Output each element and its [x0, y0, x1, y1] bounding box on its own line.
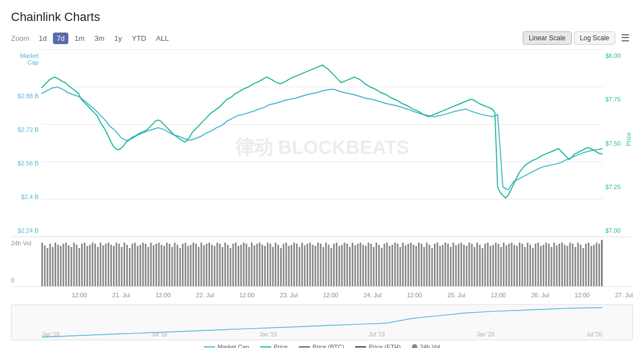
- svg-rect-169: [471, 244, 473, 286]
- mini-x-3: Jul '19: [369, 331, 385, 338]
- page-title: Chainlink Charts: [11, 10, 633, 24]
- svg-rect-77: [227, 245, 229, 286]
- svg-rect-62: [187, 246, 189, 286]
- y-left-1: $2.72 B: [11, 126, 39, 133]
- svg-rect-206: [569, 243, 571, 286]
- svg-rect-182: [506, 245, 507, 286]
- zoom-ytd[interactable]: YTD: [128, 33, 150, 44]
- log-scale-button[interactable]: Log Scale: [574, 31, 615, 45]
- svg-rect-37: [121, 247, 122, 286]
- svg-rect-78: [230, 248, 232, 286]
- svg-rect-50: [155, 244, 157, 286]
- svg-rect-36: [119, 244, 120, 286]
- zoom-1d[interactable]: 1d: [35, 33, 50, 44]
- svg-rect-34: [113, 246, 115, 286]
- svg-rect-102: [293, 243, 295, 286]
- svg-rect-91: [264, 246, 266, 286]
- svg-rect-20: [76, 245, 78, 286]
- zoom-all[interactable]: ALL: [152, 33, 173, 44]
- x-label-11: 26. Jul: [531, 292, 549, 298]
- x-label-1: 21. Jul: [112, 292, 130, 298]
- svg-rect-177: [492, 245, 494, 286]
- svg-rect-152: [426, 243, 428, 286]
- x-label-9: 25. Jul: [447, 292, 465, 298]
- svg-rect-18: [71, 247, 72, 286]
- y-left-4: $2.24 B: [11, 227, 39, 234]
- svg-rect-110: [315, 246, 316, 286]
- legend-label-market-cap: Market Cap: [218, 344, 249, 348]
- svg-rect-184: [511, 243, 513, 286]
- svg-rect-43: [137, 246, 138, 286]
- zoom-1y[interactable]: 1y: [110, 33, 126, 44]
- svg-rect-16: [65, 243, 67, 286]
- svg-rect-198: [548, 244, 550, 286]
- x-label-10: 12:00: [491, 292, 506, 298]
- svg-rect-178: [495, 243, 497, 286]
- y-axis-right: Price $8.00 $7.75 $7.50 $7.25 $7.00: [603, 50, 633, 237]
- svg-rect-25: [89, 245, 91, 286]
- zoom-1m[interactable]: 1m: [71, 33, 88, 44]
- x-label-8: 12:00: [407, 292, 422, 298]
- svg-rect-165: [460, 243, 462, 286]
- zoom-7d[interactable]: 7d: [53, 33, 68, 44]
- svg-rect-86: [251, 243, 253, 286]
- svg-rect-136: [384, 244, 385, 286]
- svg-rect-142: [399, 247, 401, 286]
- svg-rect-162: [453, 243, 454, 286]
- svg-rect-218: [601, 240, 603, 286]
- svg-rect-52: [160, 245, 162, 286]
- svg-rect-22: [81, 244, 83, 286]
- svg-rect-108: [309, 243, 311, 286]
- svg-rect-40: [129, 248, 131, 286]
- svg-rect-167: [466, 246, 468, 286]
- zoom-3m[interactable]: 3m: [90, 33, 108, 44]
- svg-rect-57: [174, 243, 176, 286]
- svg-rect-97: [280, 248, 282, 286]
- svg-rect-143: [402, 243, 404, 286]
- volume-svg-container: [41, 237, 603, 286]
- mini-x-2: Jan '19: [259, 331, 277, 338]
- svg-rect-192: [532, 248, 534, 286]
- svg-rect-112: [320, 244, 321, 286]
- svg-rect-105: [301, 243, 303, 286]
- svg-rect-117: [333, 244, 335, 286]
- svg-rect-214: [591, 246, 592, 286]
- svg-rect-104: [299, 247, 300, 286]
- svg-rect-195: [540, 246, 541, 286]
- x-label-4: 12:00: [239, 292, 255, 298]
- svg-rect-10: [49, 244, 51, 286]
- legend-line-price-eth: [355, 346, 366, 347]
- svg-rect-41: [132, 244, 133, 286]
- vol-zero: 0: [11, 277, 39, 283]
- svg-rect-63: [190, 245, 191, 286]
- svg-rect-200: [554, 243, 555, 286]
- svg-rect-196: [543, 245, 544, 286]
- menu-icon[interactable]: ☰: [618, 31, 633, 45]
- svg-rect-28: [97, 247, 99, 286]
- svg-rect-210: [580, 245, 582, 286]
- svg-rect-217: [598, 244, 600, 286]
- volume-chart: 24h Vol 0: [11, 237, 633, 287]
- svg-rect-128: [362, 245, 364, 286]
- svg-rect-35: [116, 243, 117, 286]
- svg-rect-185: [513, 245, 515, 286]
- svg-rect-98: [283, 244, 285, 286]
- svg-rect-163: [455, 245, 457, 286]
- vol-y-axis-left: 24h Vol 0: [11, 237, 41, 286]
- x-label-5: 23. Jul: [280, 292, 298, 298]
- linear-scale-button[interactable]: Linear Scale: [523, 31, 572, 45]
- svg-rect-87: [254, 245, 255, 286]
- svg-rect-64: [192, 243, 194, 286]
- svg-rect-69: [206, 244, 207, 286]
- mini-x-axis: Jan '18 Jul '18 Jan '19 Jul '19 Jan '20 …: [42, 331, 602, 338]
- svg-rect-216: [595, 243, 597, 286]
- vol-y-axis-right: [603, 237, 633, 286]
- svg-rect-113: [323, 247, 324, 286]
- mini-chart[interactable]: Jan '18 Jul '18 Jan '19 Jul '19 Jan '20 …: [11, 304, 633, 340]
- svg-rect-27: [94, 244, 96, 286]
- svg-rect-82: [240, 245, 242, 286]
- svg-rect-204: [564, 245, 566, 286]
- svg-rect-134: [378, 245, 380, 286]
- svg-rect-191: [529, 245, 531, 286]
- svg-rect-155: [434, 244, 436, 286]
